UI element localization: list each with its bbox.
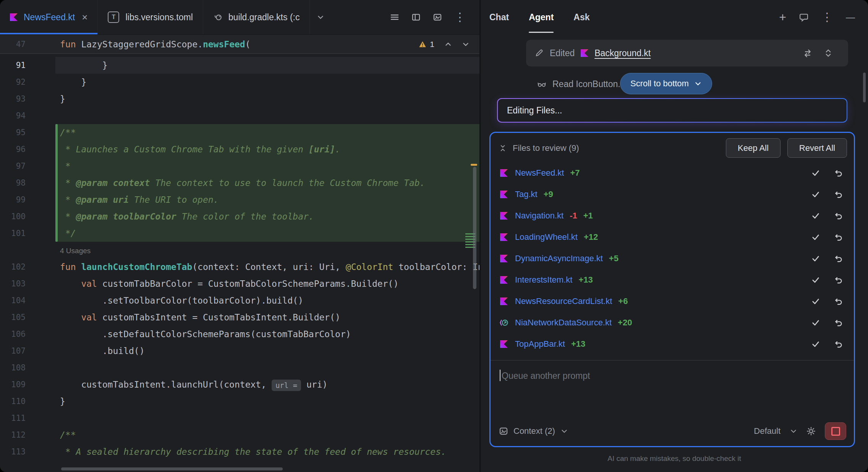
keep-file-button[interactable] xyxy=(811,233,820,242)
code-line[interactable]: 103 val customTabBarColor = CustomTabCol… xyxy=(0,275,479,292)
keep-file-button[interactable] xyxy=(811,168,820,178)
warning-badge[interactable]: 1 xyxy=(419,40,434,49)
code-line[interactable]: 108 xyxy=(0,359,479,376)
more-options-icon[interactable]: ⋮ xyxy=(454,11,466,23)
revert-file-button[interactable] xyxy=(834,254,843,263)
chat-more-options-icon[interactable]: ⋮ xyxy=(821,11,833,23)
prompt-input[interactable]: Queue another prompt xyxy=(491,360,854,422)
keep-file-button[interactable] xyxy=(811,211,820,220)
file-name[interactable]: LoadingWheel.kt xyxy=(515,232,578,242)
hidden-tabs-dropdown[interactable] xyxy=(310,0,331,34)
tab-ask[interactable]: Ask xyxy=(573,0,589,34)
review-file-row[interactable]: TopAppBar.kt +13 xyxy=(499,333,848,355)
file-name[interactable]: NewsFeed.kt xyxy=(515,168,564,178)
revert-file-button[interactable] xyxy=(834,275,843,284)
chat-history-icon[interactable] xyxy=(799,13,808,22)
code-editor[interactable]: 91 }92 }93}9495/**96 * Launches a Custom… xyxy=(0,54,479,472)
keep-file-button[interactable] xyxy=(811,190,820,199)
tab-build-gradle-kts[interactable]: build.gradle.kts (:c xyxy=(203,0,310,34)
review-file-row[interactable]: NewsFeed.kt +7 xyxy=(499,162,848,184)
settings-gear-icon[interactable] xyxy=(806,427,816,436)
code-line[interactable]: 110} xyxy=(0,393,479,410)
horizontal-scrollbar[interactable] xyxy=(61,467,283,470)
code-line[interactable]: 95/** xyxy=(0,124,479,141)
add-context-icon[interactable] xyxy=(499,427,508,436)
revert-all-button[interactable]: Revert All xyxy=(787,138,847,158)
stop-button[interactable] xyxy=(825,422,846,440)
review-file-row[interactable]: Tag.kt +9 xyxy=(499,184,848,205)
keep-file-button[interactable] xyxy=(811,339,820,349)
code-line[interactable]: 112/** xyxy=(0,427,479,443)
tab-agent[interactable]: Agent xyxy=(529,0,554,34)
sticky-code-line[interactable]: 47 fun LazyStaggeredGridScope.newsFeed( … xyxy=(0,35,479,54)
code-line[interactable]: 109 customTabsIntent.launchUrl(context, … xyxy=(0,376,479,393)
edited-file-link[interactable]: Background.kt xyxy=(594,48,651,58)
code-line[interactable]: 105 val customTabsIntent = CustomTabsInt… xyxy=(0,309,479,326)
scroll-to-bottom-button[interactable]: Scroll to bottom xyxy=(620,73,712,94)
code-line[interactable]: 98 * @param context The context to use t… xyxy=(0,175,479,191)
keep-file-button[interactable] xyxy=(811,318,820,327)
view-options-icon[interactable] xyxy=(390,13,399,22)
code-line[interactable]: 96 * Launches a Custom Chrome Tab with t… xyxy=(0,141,479,158)
code-line[interactable]: 106 .setDefaultColorSchemeParams(customT… xyxy=(0,326,479,343)
model-selector[interactable]: Default xyxy=(754,426,781,436)
expand-collapse-icon[interactable] xyxy=(824,48,833,58)
file-name[interactable]: Navigation.kt xyxy=(515,211,564,221)
tab-newsfeed-kt[interactable]: NewsFeed.kt × xyxy=(0,0,98,34)
code-line[interactable]: 91 } xyxy=(0,57,479,74)
code-line[interactable]: 107 .build() xyxy=(0,343,479,359)
keep-file-button[interactable] xyxy=(811,254,820,263)
code-line[interactable]: 97 * xyxy=(0,158,479,175)
code-line[interactable]: 94 xyxy=(0,107,479,124)
chevron-down-icon[interactable] xyxy=(560,427,568,435)
review-file-row[interactable]: NewsResourceCardList.kt +6 xyxy=(499,291,848,312)
code-line[interactable]: 4 Usages xyxy=(0,242,479,259)
show-diff-icon[interactable] xyxy=(803,48,812,58)
file-name[interactable]: TopAppBar.kt xyxy=(515,339,565,349)
code-line[interactable]: 93} xyxy=(0,91,479,107)
chat-scrollbar[interactable] xyxy=(863,73,866,102)
file-name[interactable]: InterestsItem.kt xyxy=(515,275,572,285)
revert-file-button[interactable] xyxy=(834,233,843,242)
review-file-row[interactable]: LoadingWheel.kt +12 xyxy=(499,226,848,248)
revert-file-button[interactable] xyxy=(834,339,843,349)
file-name[interactable]: DynamicAsyncImage.kt xyxy=(515,254,603,263)
keep-file-button[interactable] xyxy=(811,275,820,284)
file-name[interactable]: NiaNetworkDataSource.kt xyxy=(515,318,612,328)
file-name[interactable]: NewsResourceCardList.kt xyxy=(515,296,612,306)
review-file-row[interactable]: Navigation.kt -1 +1 xyxy=(499,205,848,226)
line-number: 111 xyxy=(0,410,55,427)
chevron-down-icon[interactable] xyxy=(790,427,797,435)
collapse-icon[interactable] xyxy=(499,144,507,152)
code-line[interactable]: 102fun launchCustomChromeTab(context: Co… xyxy=(0,259,479,275)
file-name[interactable]: Tag.kt xyxy=(515,189,538,199)
revert-file-button[interactable] xyxy=(834,168,843,178)
close-icon[interactable]: × xyxy=(82,12,87,22)
keep-file-button[interactable] xyxy=(811,297,820,306)
revert-file-button[interactable] xyxy=(834,297,843,306)
revert-file-button[interactable] xyxy=(834,190,843,199)
code-line[interactable]: 92 } xyxy=(0,74,479,91)
tab-chat[interactable]: Chat xyxy=(489,0,509,34)
prev-problem-icon[interactable] xyxy=(444,40,452,48)
tab-libs-versions-toml[interactable]: T libs.versions.toml xyxy=(98,0,203,34)
next-problem-icon[interactable] xyxy=(462,40,470,48)
screenshot-icon[interactable] xyxy=(433,13,442,22)
code-line[interactable]: 101 */ xyxy=(0,225,479,242)
review-file-row[interactable]: DynamicAsyncImage.kt +5 xyxy=(499,248,848,269)
code-line[interactable]: 111 xyxy=(0,410,479,427)
code-line[interactable]: 100 * @param toolbarColor The color of t… xyxy=(0,208,479,225)
revert-file-button[interactable] xyxy=(834,211,843,220)
keep-all-button[interactable]: Keep All xyxy=(726,138,781,158)
revert-file-button[interactable] xyxy=(834,318,843,327)
split-editor-icon[interactable] xyxy=(411,13,421,22)
new-chat-icon[interactable]: + xyxy=(779,11,786,23)
review-file-row[interactable]: NiaNetworkDataSource.kt +20 xyxy=(499,312,848,333)
vertical-scrollbar[interactable] xyxy=(473,167,476,289)
hide-panel-icon[interactable]: — xyxy=(846,13,855,22)
code-line[interactable]: 104 .setToolbarColor(toolbarColor).build… xyxy=(0,292,479,309)
code-line[interactable]: 99 * @param uri The URI to open. xyxy=(0,191,479,208)
code-line[interactable]: 113 * A sealed hierarchy describing the … xyxy=(0,443,479,460)
review-file-row[interactable]: InterestsItem.kt +13 xyxy=(499,269,848,291)
context-selector[interactable]: Context (2) xyxy=(513,426,555,436)
